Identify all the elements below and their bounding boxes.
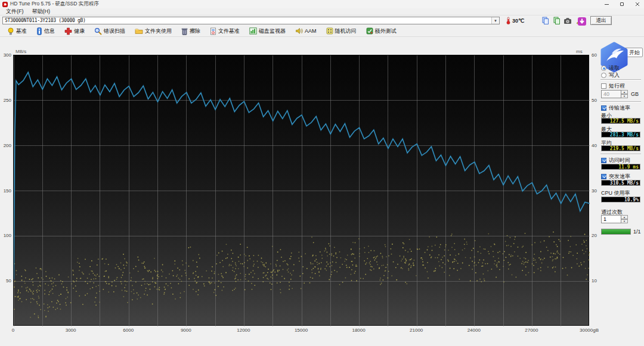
- y-left-axis-unit: MB/s: [16, 49, 26, 54]
- x-axis-tick-label: 9000: [181, 328, 191, 333]
- y-right-tick-label: 10: [592, 278, 597, 283]
- screenshot-button[interactable]: [562, 16, 573, 25]
- pass-count-stepper[interactable]: ▲▼: [621, 215, 628, 223]
- toolbar-error-scan-label: 错误扫描: [104, 27, 125, 35]
- y-right-tick-label: 30: [592, 188, 597, 194]
- toolbar: 基准 信息 健康 错误扫描 文件夹: [0, 26, 644, 37]
- avg-value-display: 219.5 MB/s: [601, 145, 640, 151]
- y-left-tick-label: 50: [6, 278, 11, 283]
- menu-file[interactable]: 文件(F): [2, 8, 27, 15]
- toolbar-aam-button[interactable]: AAM: [292, 26, 320, 36]
- x-axis-tick-label: 24000: [467, 328, 481, 333]
- access-time-display: 11.9 ms: [601, 164, 640, 170]
- mode-write-radio[interactable]: 写入: [601, 71, 620, 79]
- checkbox-unchecked-icon: [601, 83, 606, 89]
- toolbar-random-access-button[interactable]: 随机访问: [323, 26, 360, 37]
- app-icon: [2, 2, 8, 7]
- camera-icon: [564, 17, 572, 24]
- toolbar-extra-tests-label: 额外测试: [375, 27, 397, 35]
- pass-count-input[interactable]: [601, 215, 621, 223]
- maximize-button[interactable]: [619, 1, 625, 7]
- x-axis-tick-label: 27000: [525, 328, 538, 333]
- x-axis-tick-label: 18000: [352, 328, 365, 333]
- toolbar-erase-button[interactable]: 擦除: [178, 26, 204, 37]
- benchmark-plot: [13, 55, 589, 326]
- extra-tests-icon: [366, 27, 373, 35]
- dice-icon: [326, 27, 333, 35]
- y-right-axis-unit: ms: [576, 49, 583, 54]
- progress-bar: [601, 229, 631, 235]
- info-icon: [36, 27, 42, 35]
- toolbar-disk-monitor-label: 磁盘监视器: [259, 27, 286, 35]
- x-axis-tick-label: 15000: [295, 328, 308, 333]
- y-right-tick-label: 50: [592, 98, 597, 103]
- speaker-icon: [295, 27, 303, 35]
- short-stroke-checkbox[interactable]: 短行程: [601, 82, 625, 90]
- toolbar-extra-tests-button[interactable]: 额外测试: [363, 26, 400, 37]
- hd-tune-window: HD Tune Pro 5.75 - 硬盘/SSD 实用程序 文件(F) 帮助(…: [0, 0, 644, 346]
- toolbar-health-label: 健康: [74, 27, 85, 35]
- short-stroke-stepper[interactable]: ▲▼: [621, 90, 628, 98]
- separator: [600, 154, 641, 155]
- checkbox-checked-icon: [601, 158, 606, 163]
- toolbar-file-benchmark-button[interactable]: 文件基准: [206, 26, 243, 37]
- transfer-rate-label: 传输速率: [609, 104, 630, 112]
- copy-image-button[interactable]: [551, 16, 562, 25]
- toolbar-aam-label: AAM: [305, 28, 317, 34]
- toolbar-erase-label: 擦除: [190, 27, 200, 35]
- x-axis-tick-label: 0: [12, 328, 14, 333]
- menu-help[interactable]: 帮助(H): [29, 8, 54, 15]
- copy-pages-icon: [541, 17, 549, 24]
- magnifier-icon: [94, 27, 102, 35]
- x-axis-tick-label: 3000: [66, 328, 76, 333]
- x-axis-tick-label: 12000: [237, 328, 250, 333]
- exit-button[interactable]: 退出: [590, 16, 612, 25]
- toolbar-benchmark-label: 基准: [16, 27, 27, 35]
- y-right-tick-label: 40: [592, 143, 597, 148]
- temperature-indicator: 30℃: [506, 17, 524, 24]
- toolbar-folder-usage-label: 文件夹使用: [145, 27, 172, 35]
- copy-button[interactable]: [540, 16, 550, 25]
- toolbar-file-benchmark-label: 文件基准: [218, 27, 240, 35]
- drive-select[interactable]: ST30000NT011-3Y2103 (30000 gB) ▼: [2, 17, 500, 24]
- short-stroke-unit: GB: [631, 91, 639, 97]
- mode-write-label: 写入: [609, 71, 620, 79]
- toolbar-error-scan-button[interactable]: 错误扫描: [91, 26, 129, 37]
- progress-bar-fill: [602, 229, 630, 234]
- toolbar-health-button[interactable]: 健康: [61, 26, 88, 37]
- benchmark-chart-canvas: [14, 55, 590, 326]
- cpu-usage-display: 10.9%: [601, 197, 640, 202]
- min-value-display: 127.5 MB/s: [601, 118, 640, 124]
- transfer-rate-checkbox[interactable]: 传输速率: [601, 104, 630, 112]
- short-stroke-size-input[interactable]: [601, 90, 621, 98]
- x-axis-tick-label: 21000: [410, 328, 423, 333]
- separator: [600, 101, 641, 102]
- health-cross-icon: [64, 27, 72, 35]
- trash-icon: [181, 27, 188, 35]
- close-button[interactable]: [634, 1, 640, 7]
- toolbar-benchmark-button[interactable]: 基准: [4, 26, 30, 37]
- chevron-down-icon[interactable]: ▼: [491, 17, 499, 24]
- folder-icon: [135, 27, 143, 35]
- y-left-tick-label: 200: [4, 143, 11, 148]
- temperature-value: 30℃: [512, 18, 524, 24]
- drive-row: ST30000NT011-3Y2103 (30000 gB) ▼ 30℃: [0, 15, 644, 26]
- toolbar-disk-monitor-button[interactable]: 磁盘监视器: [246, 26, 289, 37]
- download-button[interactable]: [576, 16, 587, 25]
- start-button-label: 开始: [629, 49, 640, 57]
- x-axis-tick-label: 30000gB: [580, 328, 599, 333]
- burst-rate-display: 310.5 MB/s: [601, 180, 640, 186]
- toolbar-info-label: 信息: [44, 27, 55, 35]
- y-left-tick-label: 250: [4, 98, 11, 103]
- toolbar-folder-usage-button[interactable]: 文件夹使用: [131, 26, 175, 37]
- drive-select-value: ST30000NT011-3Y2103 (30000 gB): [3, 18, 491, 23]
- toolbar-info-button[interactable]: 信息: [33, 26, 58, 37]
- radio-selected-icon: [601, 66, 606, 71]
- checkbox-checked-icon: [601, 174, 606, 179]
- exit-button-label: 退出: [596, 17, 606, 24]
- benchmark-chart-area: MB/s ms 30025020015010050605040302010030…: [0, 37, 599, 346]
- y-right-tick-label: 20: [592, 233, 597, 238]
- disk-monitor-chart-icon: [249, 27, 257, 35]
- minimize-button[interactable]: [603, 1, 609, 7]
- side-panel: 开始 读取 写入 短行程 ▲▼ GB: [599, 37, 644, 346]
